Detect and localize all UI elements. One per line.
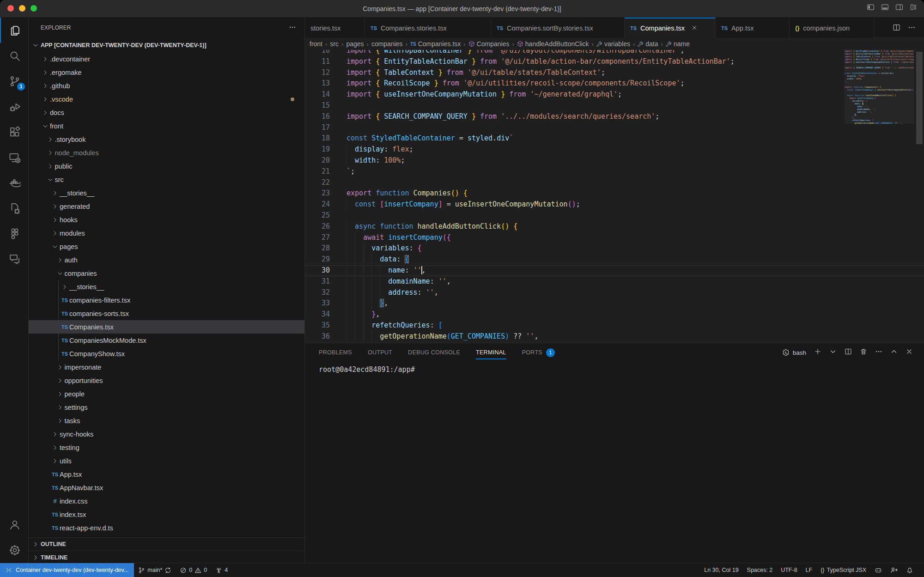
tab-companies.json[interactable]: {}companies.json xyxy=(790,18,874,38)
tree-item-index.tsx[interactable]: TSindex.tsx xyxy=(29,508,304,521)
panel-action-new-terminal[interactable] xyxy=(814,348,821,357)
close-tab-button[interactable] xyxy=(691,24,698,32)
tree-item-node_modules[interactable]: node_modules xyxy=(29,146,304,159)
breadcrumb-item-companies[interactable]: ›companies xyxy=(366,40,403,48)
status-eol[interactable]: LF xyxy=(802,563,817,577)
tree-item-__stories__[interactable]: __stories__ xyxy=(29,186,304,200)
tree-item-hooks[interactable]: hooks xyxy=(29,213,304,226)
tree-item-companies-filters.tsx[interactable]: TScompanies-filters.tsx xyxy=(29,293,304,307)
scrollbar-thumb[interactable] xyxy=(916,52,923,144)
tree-item-CompanyShow.tsx[interactable]: TSCompanyShow.tsx xyxy=(29,347,304,360)
ellipsis-icon[interactable] xyxy=(908,24,916,31)
tree-item-generated[interactable]: generated xyxy=(29,200,304,213)
tree-item-sync-hooks[interactable]: sync-hooks xyxy=(29,427,304,441)
tree-item-.devcontainer[interactable]: .devcontainer xyxy=(29,52,304,66)
tab-Companies.sortBy.stories.tsx[interactable]: TSCompanies.sortBy.stories.tsx xyxy=(491,18,625,38)
panel-action-more-actions[interactable] xyxy=(875,348,882,357)
status-language-mode[interactable]: {}TypeScript JSX xyxy=(816,563,870,577)
forwarded-ports-status[interactable]: 4 xyxy=(211,563,232,577)
code-editor[interactable]: 10import { WithTopBarContainer } from '@… xyxy=(305,50,924,343)
tree-item-front[interactable]: front xyxy=(29,119,304,133)
tree-item-AppNavbar.tsx[interactable]: TSAppNavbar.tsx xyxy=(29,481,304,494)
activity-comments[interactable] xyxy=(0,246,29,272)
activity-container-config[interactable] xyxy=(0,195,29,221)
tree-item-App.tsx[interactable]: TSApp.tsx xyxy=(29,468,304,481)
activity-figma[interactable] xyxy=(0,221,29,246)
problems-status[interactable]: 00 xyxy=(176,563,211,577)
shell-selector[interactable]: bash xyxy=(782,349,806,356)
tree-item-settings[interactable]: settings xyxy=(29,401,304,414)
git-branch-status[interactable]: main* xyxy=(134,563,176,577)
tree-item-utils[interactable]: utils xyxy=(29,454,304,468)
tree-item-companies-sorts.tsx[interactable]: TScompanies-sorts.tsx xyxy=(29,307,304,320)
tree-item-CompaniesMockMode.tsx[interactable]: TSCompaniesMockMode.tsx xyxy=(29,334,304,347)
tree-item-index.css[interactable]: #index.css xyxy=(29,494,304,508)
activity-accounts[interactable] xyxy=(0,512,29,537)
layout-panel-icon[interactable] xyxy=(881,3,889,11)
breadcrumb-item-src[interactable]: ›src xyxy=(324,40,339,48)
tree-item-people[interactable]: people xyxy=(29,387,304,401)
panel-tab-ports[interactable]: PORTS1 xyxy=(522,343,555,362)
ellipsis-icon[interactable] xyxy=(289,24,296,31)
workspace-section-header[interactable]: APP [CONTAINER DEV-TWENTY-DEV (DEV-TWENT… xyxy=(29,38,304,52)
breadcrumb-item-pages[interactable]: ›pages xyxy=(340,40,364,48)
panel-action-kill-terminal[interactable] xyxy=(860,348,867,357)
editor-scrollbar[interactable] xyxy=(915,50,924,343)
tree-item-.github[interactable]: .github xyxy=(29,79,304,92)
status-cursor-position[interactable]: Ln 30, Col 19 xyxy=(700,563,742,577)
breadcrumb-item-handleAddButtonClick[interactable]: ›handleAddButtonClick xyxy=(511,40,589,48)
layout-sidebar-left-icon[interactable] xyxy=(867,3,875,11)
timeline-section[interactable]: TIMELINE xyxy=(29,551,304,563)
panel-tab-terminal[interactable]: TERMINAL xyxy=(476,343,506,362)
tree-item-companies[interactable]: companies xyxy=(29,267,304,280)
panel-action-split-terminal[interactable] xyxy=(845,348,852,357)
layout-customize-icon[interactable] xyxy=(910,3,918,11)
tree-item-react-app-env.d.ts[interactable]: TSreact-app-env.d.ts xyxy=(29,521,304,534)
tree-item-src[interactable]: src xyxy=(29,173,304,186)
outline-section[interactable]: OUTLINE xyxy=(29,537,304,551)
activity-settings[interactable] xyxy=(0,537,29,563)
breadcrumb-item-Companies[interactable]: ›Companies xyxy=(462,40,509,48)
breadcrumb-item-name[interactable]: ›name xyxy=(660,40,690,48)
activity-remote-explorer[interactable] xyxy=(0,145,29,170)
tree-item-pages[interactable]: pages xyxy=(29,240,304,253)
tab-App.tsx[interactable]: TSApp.tsx xyxy=(716,18,790,38)
activity-docker[interactable] xyxy=(0,170,29,195)
tab-Companies.stories.tsx[interactable]: TSCompanies.stories.tsx xyxy=(365,18,491,38)
activity-extensions[interactable] xyxy=(0,119,29,145)
activity-source-control[interactable]: 1 xyxy=(0,68,29,94)
activity-run-debug[interactable] xyxy=(0,94,29,119)
tab-stories.tsx[interactable]: stories.tsx xyxy=(305,18,365,38)
tree-item-opportunities[interactable]: opportunities xyxy=(29,374,304,387)
panel-action-terminal-picker[interactable] xyxy=(829,348,837,357)
breadcrumb-item-front[interactable]: front xyxy=(310,40,322,48)
panel-action-close-panel[interactable] xyxy=(906,348,913,357)
layout-sidebar-right-icon[interactable] xyxy=(895,3,903,11)
activity-explorer[interactable] xyxy=(0,18,29,43)
tree-item-Companies.tsx[interactable]: TSCompanies.tsx xyxy=(29,320,304,334)
tree-item-.vscode[interactable]: .vscode xyxy=(29,92,304,106)
breadcrumb-item-data[interactable]: ›data xyxy=(632,40,658,48)
split-icon[interactable] xyxy=(893,24,900,31)
tree-item-public[interactable]: public xyxy=(29,159,304,173)
tree-item-.ergomake[interactable]: .ergomake xyxy=(29,66,304,79)
terminal-content[interactable]: root@0a42ecd84891:/app# xyxy=(319,365,415,374)
tree-item-auth[interactable]: auth xyxy=(29,253,304,267)
status-notifications[interactable] xyxy=(902,563,918,577)
tree-item-testing[interactable]: testing xyxy=(29,441,304,454)
panel-action-maximize-panel[interactable] xyxy=(890,348,898,357)
tree-item-tasks[interactable]: tasks xyxy=(29,414,304,427)
status-feedback[interactable] xyxy=(886,563,902,577)
tab-Companies.tsx[interactable]: TSCompanies.tsx xyxy=(625,18,716,38)
tree-item-modules[interactable]: modules xyxy=(29,226,304,240)
tree-item-__stories__[interactable]: __stories__ xyxy=(29,280,304,293)
panel-tab-output[interactable]: OUTPUT xyxy=(368,343,392,362)
breadcrumb-item-variables[interactable]: ›variables xyxy=(591,40,630,48)
minimap[interactable]: import { WithTopBarContainer } from '@/u… xyxy=(845,50,914,343)
status-encoding[interactable]: UTF-8 xyxy=(777,563,801,577)
remote-indicator[interactable]: Container dev-twenty-dev (dev-twenty-dev… xyxy=(0,563,134,577)
activity-search[interactable] xyxy=(0,43,29,68)
status-indentation[interactable]: Spaces: 2 xyxy=(743,563,777,577)
tree-item-impersonate[interactable]: impersonate xyxy=(29,360,304,374)
tree-item-docs[interactable]: docs xyxy=(29,106,304,119)
